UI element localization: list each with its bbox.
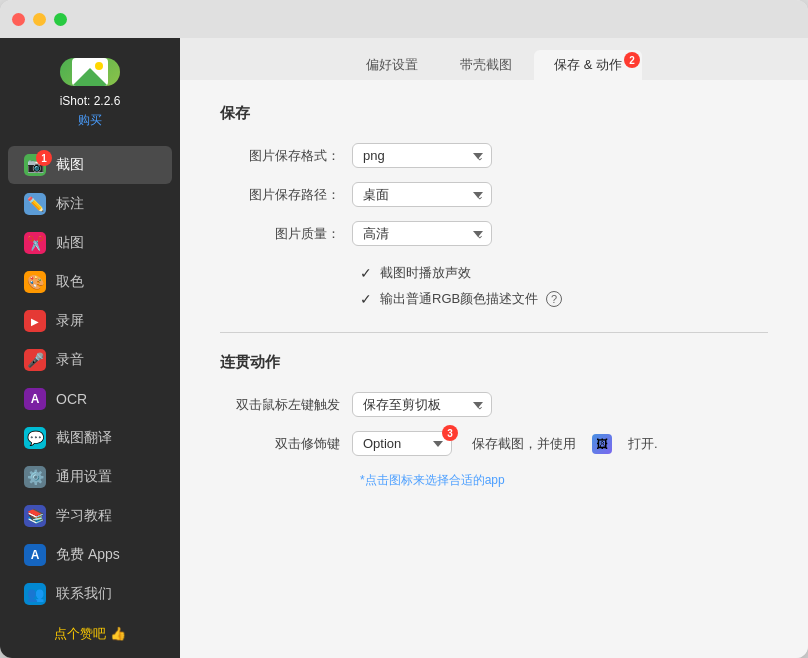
action-section: 连贯动作 双击鼠标左键触发 保存至剪切板 保存至文件 复制到剪贴板 xyxy=(220,353,768,489)
double-click-label: 双击鼠标左键触发 xyxy=(220,396,340,414)
audio-icon: 🎤 xyxy=(24,349,46,371)
sidebar-label-annotate: 标注 xyxy=(56,195,84,213)
sidebar-label-general: 通用设置 xyxy=(56,468,112,486)
sidebar-label-audio: 录音 xyxy=(56,351,84,369)
modifier-select-wrapper: Option Command Control Shift 3 xyxy=(352,431,452,456)
traffic-lights xyxy=(12,13,67,26)
translate-icon: 💬 xyxy=(24,427,46,449)
double-click-select-wrapper: 保存至剪切板 保存至文件 复制到剪贴板 xyxy=(352,392,492,417)
sidebar-label-ocr: OCR xyxy=(56,391,87,407)
modifier-row: 双击修饰键 Option Command Control Shift 3 保存截… xyxy=(220,431,768,456)
sidebar-item-tutorial[interactable]: 📚 学习教程 xyxy=(8,497,172,535)
general-icon: ⚙️ xyxy=(24,466,46,488)
hint-row: *点击图标来选择合适的app xyxy=(360,470,768,489)
preview-app-icon-glyph: 🖼 xyxy=(596,437,608,451)
sound-checkbox-row: ✓ 截图时播放声效 xyxy=(360,260,768,286)
sidebar: iShot: 2.2.6 购买 📷 截图 1 ✏️ 标注 ✂️ 贴图 xyxy=(0,38,180,658)
buy-link[interactable]: 购买 xyxy=(78,112,102,129)
screenshot-badge: 1 xyxy=(36,150,52,166)
hint-text: *点击图标来选择合适的app xyxy=(360,473,505,487)
sidebar-bottom: 点个赞吧 👍 xyxy=(54,614,126,653)
double-click-select[interactable]: 保存至剪切板 保存至文件 复制到剪贴板 xyxy=(352,392,492,417)
sidebar-label-colorpick: 取色 xyxy=(56,273,84,291)
sidebar-item-audio[interactable]: 🎤 录音 xyxy=(8,341,172,379)
sticker-icon: ✂️ xyxy=(24,232,46,254)
tab-save-action-badge: 2 xyxy=(624,52,640,68)
mountain-icon xyxy=(72,68,108,86)
record-icon: ▶ xyxy=(24,310,46,332)
sidebar-label-sticker: 贴图 xyxy=(56,234,84,252)
colorpick-icon: 🎨 xyxy=(24,271,46,293)
main-panel: 偏好设置 带壳截图 保存 & 动作 2 保存 图片保存格式： xyxy=(180,38,808,658)
quality-select[interactable]: 高清 标准 低质量 xyxy=(352,221,492,246)
sidebar-item-screenshot[interactable]: 📷 截图 1 xyxy=(8,146,172,184)
sidebar-label-freeapps: 免费 Apps xyxy=(56,546,120,564)
tab-save-action[interactable]: 保存 & 动作 2 xyxy=(534,50,642,80)
path-select-wrapper: 桌面 图片 自定义 xyxy=(352,182,492,207)
app-window: iShot: 2.2.6 购买 📷 截图 1 ✏️ 标注 ✂️ 贴图 xyxy=(0,0,808,658)
contact-icon: 👥 xyxy=(24,583,46,605)
sound-checkbox-label[interactable]: 截图时播放声效 xyxy=(380,264,471,282)
format-select[interactable]: png jpg tiff bmp xyxy=(352,143,492,168)
action-section-title: 连贯动作 xyxy=(220,353,768,372)
rgb-help-icon[interactable]: ? xyxy=(546,291,562,307)
sidebar-item-contact[interactable]: 👥 联系我们 xyxy=(8,575,172,613)
rgb-checkmark: ✓ xyxy=(360,291,372,307)
like-button[interactable]: 点个赞吧 👍 xyxy=(54,626,126,641)
sidebar-label-tutorial: 学习教程 xyxy=(56,507,112,525)
modifier-badge: 3 xyxy=(442,425,458,441)
sidebar-item-translate[interactable]: 💬 截图翻译 xyxy=(8,419,172,457)
app-icon xyxy=(60,58,120,86)
quality-label: 图片质量： xyxy=(220,225,340,243)
sound-checkmark: ✓ xyxy=(360,265,372,281)
freeapps-icon: A xyxy=(24,544,46,566)
format-select-wrapper: png jpg tiff bmp xyxy=(352,143,492,168)
sidebar-item-record[interactable]: ▶ 录屏 xyxy=(8,302,172,340)
sidebar-label-contact: 联系我们 xyxy=(56,585,112,603)
preview-app-icon[interactable]: 🖼 xyxy=(592,434,612,454)
sun-icon xyxy=(95,62,103,70)
sidebar-label-record: 录屏 xyxy=(56,312,84,330)
minimize-button[interactable] xyxy=(33,13,46,26)
modifier-label: 双击修饰键 xyxy=(220,435,340,453)
path-select[interactable]: 桌面 图片 自定义 xyxy=(352,182,492,207)
rgb-checkbox-row: ✓ 输出普通RGB颜色描述文件 ? xyxy=(360,286,768,312)
sidebar-item-sticker[interactable]: ✂️ 贴图 xyxy=(8,224,172,262)
sidebar-label-screenshot: 截图 xyxy=(56,156,84,174)
save-section-title: 保存 xyxy=(220,104,768,123)
sidebar-item-annotate[interactable]: ✏️ 标注 xyxy=(8,185,172,223)
section-divider xyxy=(220,332,768,333)
ocr-icon: A xyxy=(24,388,46,410)
rgb-checkbox-label[interactable]: 输出普通RGB颜色描述文件 xyxy=(380,290,538,308)
quality-row: 图片质量： 高清 标准 低质量 xyxy=(220,221,768,246)
double-click-row: 双击鼠标左键触发 保存至剪切板 保存至文件 复制到剪贴板 xyxy=(220,392,768,417)
titlebar xyxy=(0,0,808,38)
sidebar-label-translate: 截图翻译 xyxy=(56,429,112,447)
tutorial-icon: 📚 xyxy=(24,505,46,527)
close-button[interactable] xyxy=(12,13,25,26)
quality-select-wrapper: 高清 标准 低质量 xyxy=(352,221,492,246)
tab-bar: 偏好设置 带壳截图 保存 & 动作 2 xyxy=(180,38,808,80)
path-label: 图片保存路径： xyxy=(220,186,340,204)
modifier-select[interactable]: Option Command Control Shift xyxy=(352,431,452,456)
maximize-button[interactable] xyxy=(54,13,67,26)
format-label: 图片保存格式： xyxy=(220,147,340,165)
sidebar-item-freeapps[interactable]: A 免费 Apps xyxy=(8,536,172,574)
sidebar-item-general[interactable]: ⚙️ 通用设置 xyxy=(8,458,172,496)
tab-save-action-label: 保存 & 动作 xyxy=(554,57,622,72)
app-name-label: iShot: 2.2.6 xyxy=(60,94,121,108)
annotate-icon: ✏️ xyxy=(24,193,46,215)
path-row: 图片保存路径： 桌面 图片 自定义 xyxy=(220,182,768,207)
open-text: 打开. xyxy=(628,435,658,453)
save-open-text: 保存截图，并使用 xyxy=(472,435,576,453)
app-icon-inner xyxy=(72,58,108,86)
content-area: iShot: 2.2.6 购买 📷 截图 1 ✏️ 标注 ✂️ 贴图 xyxy=(0,38,808,658)
panel-content: 保存 图片保存格式： png jpg tiff bmp xyxy=(180,80,808,658)
sidebar-item-colorpick[interactable]: 🎨 取色 xyxy=(8,263,172,301)
sidebar-nav: 📷 截图 1 ✏️ 标注 ✂️ 贴图 🎨 取色 ▶ xyxy=(0,145,180,614)
tab-preferences[interactable]: 偏好设置 xyxy=(346,50,438,80)
save-section: 保存 图片保存格式： png jpg tiff bmp xyxy=(220,104,768,312)
tab-shell[interactable]: 带壳截图 xyxy=(440,50,532,80)
format-row: 图片保存格式： png jpg tiff bmp xyxy=(220,143,768,168)
sidebar-item-ocr[interactable]: A OCR xyxy=(8,380,172,418)
